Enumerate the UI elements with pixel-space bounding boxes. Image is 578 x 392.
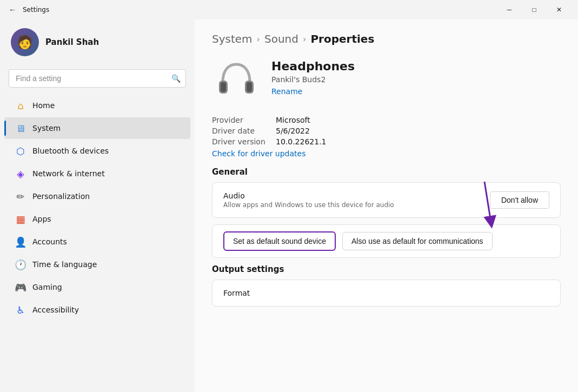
headphones-icon <box>215 59 258 102</box>
sidebar-item-label: Accounts <box>32 237 67 246</box>
sidebar-item-apps[interactable]: ▦ Apps <box>4 208 190 230</box>
sidebar-item-gaming[interactable]: 🎮 Gaming <box>4 276 190 298</box>
personalization-icon: ✏ <box>15 191 26 202</box>
system-icon: 🖥 <box>15 123 26 134</box>
breadcrumb-sep-2: › <box>303 34 306 44</box>
search-box: 🔍 <box>9 69 186 88</box>
app-body: 🧑 Pankil Shah 🔍 ⌂ Home 🖥 System ⬡ Blueto… <box>0 19 578 392</box>
sidebar-item-label: Time & language <box>32 260 97 269</box>
home-icon: ⌂ <box>15 100 26 111</box>
version-value: 10.0.22621.1 <box>276 137 327 146</box>
audio-info: Audio Allow apps and Windows to use this… <box>223 191 394 209</box>
device-header: Headphones Pankil's Buds2 Rename <box>212 56 561 105</box>
breadcrumb: System › Sound › Properties <box>212 32 561 45</box>
sidebar: 🧑 Pankil Shah 🔍 ⌂ Home 🖥 System ⬡ Blueto… <box>0 19 195 392</box>
audio-row: Audio Allow apps and Windows to use this… <box>212 183 560 217</box>
avatar-image: 🧑 <box>11 28 39 56</box>
sidebar-item-time[interactable]: 🕐 Time & language <box>4 254 190 275</box>
driver-date-row: Driver date 5/6/2022 <box>212 127 561 135</box>
also-default-communications-button[interactable]: Also use as default for communications <box>342 232 493 250</box>
general-heading: General <box>212 167 561 177</box>
bluetooth-icon: ⬡ <box>15 145 26 156</box>
sidebar-item-personalization[interactable]: ✏ Personalization <box>4 185 190 207</box>
breadcrumb-current: Properties <box>310 32 374 45</box>
search-input[interactable] <box>9 69 186 88</box>
output-heading: Output settings <box>212 264 561 274</box>
titlebar: ← Settings ─ □ ✕ <box>0 0 578 19</box>
back-button[interactable]: ← <box>6 3 18 16</box>
sidebar-item-label: Gaming <box>32 283 62 291</box>
sidebar-item-home[interactable]: ⌂ Home <box>4 95 190 116</box>
sidebar-item-label: Home <box>32 101 55 110</box>
sidebar-item-label: System <box>32 124 61 132</box>
date-value: 5/6/2022 <box>276 127 310 135</box>
search-icon: 🔍 <box>171 74 181 83</box>
sidebar-item-label: Network & internet <box>32 169 105 178</box>
default-buttons-row: Set as default sound device Also use as … <box>212 224 561 258</box>
audio-title: Audio <box>223 191 394 200</box>
gaming-icon: 🎮 <box>15 282 26 293</box>
sidebar-item-label: Personalization <box>32 192 90 201</box>
format-label: Format <box>223 289 250 297</box>
device-subname: Pankil's Buds2 <box>271 75 355 84</box>
audio-card: Audio Allow apps and Windows to use this… <box>212 182 561 218</box>
check-driver-updates-link[interactable]: Check for driver updates <box>212 149 305 158</box>
device-icon <box>212 56 261 105</box>
breadcrumb-sound[interactable]: Sound <box>264 32 298 45</box>
sidebar-item-accounts[interactable]: 👤 Accounts <box>4 231 190 253</box>
svg-rect-3 <box>247 82 252 92</box>
format-row: Format <box>212 280 560 306</box>
sidebar-item-accessibility[interactable]: ♿ Accessibility <box>4 299 190 321</box>
sidebar-item-bluetooth[interactable]: ⬡ Bluetooth & devices <box>4 140 190 162</box>
dont-allow-button[interactable]: Don't allow <box>490 191 549 209</box>
sidebar-item-system[interactable]: 🖥 System <box>4 117 190 139</box>
sidebar-item-label: Accessibility <box>32 305 79 314</box>
sidebar-item-network[interactable]: ◈ Network & internet <box>4 163 190 184</box>
close-button[interactable]: ✕ <box>547 0 572 19</box>
avatar: 🧑 <box>11 28 39 56</box>
breadcrumb-system[interactable]: System <box>212 32 253 45</box>
svg-rect-1 <box>221 82 226 92</box>
sidebar-item-label: Apps <box>32 215 51 223</box>
apps-icon: ▦ <box>15 214 26 224</box>
time-icon: 🕐 <box>15 259 26 270</box>
network-icon: ◈ <box>15 168 26 179</box>
minimize-button[interactable]: ─ <box>497 0 522 19</box>
titlebar-left: ← Settings <box>6 3 49 16</box>
audio-description: Allow apps and Windows to use this devic… <box>223 201 394 209</box>
user-section: 🧑 Pankil Shah <box>0 19 195 67</box>
driver-version-row: Driver version 10.0.22621.1 <box>212 137 561 146</box>
device-info: Headphones Pankil's Buds2 Rename <box>271 56 355 96</box>
accounts-icon: 👤 <box>15 236 26 247</box>
user-name: Pankil Shah <box>45 37 99 47</box>
output-card: Format <box>212 280 561 307</box>
sidebar-item-label: Bluetooth & devices <box>32 147 109 155</box>
maximize-button[interactable]: □ <box>522 0 547 19</box>
rename-link[interactable]: Rename <box>271 87 302 96</box>
set-default-sound-button[interactable]: Set as default sound device <box>223 231 336 251</box>
driver-info: Provider Microsoft Driver date 5/6/2022 … <box>212 116 561 158</box>
content-area: System › Sound › Properties <box>195 19 578 392</box>
date-label: Driver date <box>212 127 271 135</box>
titlebar-controls: ─ □ ✕ <box>497 0 572 19</box>
provider-value: Microsoft <box>276 116 310 124</box>
driver-provider-row: Provider Microsoft <box>212 116 561 124</box>
titlebar-title: Settings <box>23 6 49 14</box>
device-name: Headphones <box>271 59 355 73</box>
version-label: Driver version <box>212 137 271 146</box>
output-section: Output settings Format <box>212 264 561 307</box>
provider-label: Provider <box>212 116 271 124</box>
accessibility-icon: ♿ <box>15 304 26 315</box>
breadcrumb-sep-1: › <box>257 34 260 44</box>
